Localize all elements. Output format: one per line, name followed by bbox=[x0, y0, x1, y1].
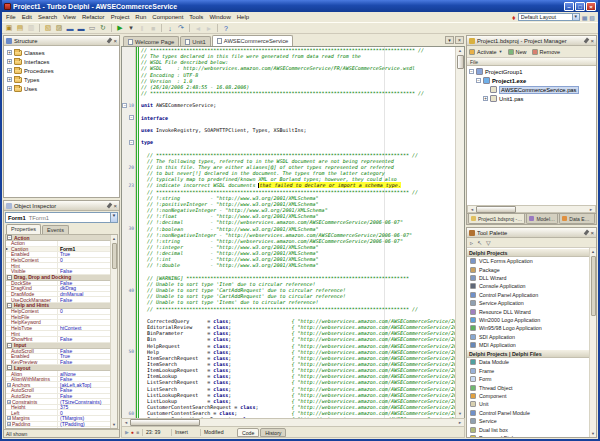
collapse-icon[interactable]: − bbox=[7, 275, 12, 280]
palette-item-resource-dll-wizard[interactable]: Resource DLL Wizard bbox=[467, 307, 589, 315]
project-tree-item-awsecommerceservice-pas[interactable]: AWSECommerceService.pas bbox=[467, 85, 596, 94]
palette-item-service[interactable]: Service bbox=[467, 417, 589, 425]
object-inspector-title[interactable]: Object Inspector × bbox=[4, 201, 119, 211]
editor-tab-awsecommerceservice[interactable]: AWSECommerceService bbox=[212, 35, 294, 46]
add-file-icon[interactable]: ▨ bbox=[54, 23, 64, 33]
palette-item-package[interactable]: Package bbox=[467, 265, 589, 273]
expand-icon[interactable]: − bbox=[469, 69, 474, 74]
scroll-down-icon[interactable]: ▼ bbox=[591, 430, 595, 437]
scroll-left-icon[interactable]: ◄ bbox=[122, 420, 130, 425]
macro-stop-icon[interactable]: ■ bbox=[136, 429, 139, 435]
palette-item-unit[interactable]: Unit bbox=[467, 400, 589, 408]
code-line[interactable]: CustomerContentLookupRequest = class; { … bbox=[141, 416, 455, 418]
code-area[interactable]: // *************************************… bbox=[139, 47, 455, 418]
pin-icon[interactable] bbox=[584, 38, 590, 44]
expand-icon[interactable]: + bbox=[7, 422, 11, 426]
menu-item-help[interactable]: Help bbox=[234, 14, 252, 20]
menu-item-tools[interactable]: Tools bbox=[186, 14, 206, 20]
menu-item-edit[interactable]: Edit bbox=[19, 14, 35, 20]
menu-item-view[interactable]: View bbox=[60, 14, 79, 20]
collapse-icon[interactable]: − bbox=[7, 343, 12, 348]
tab-code[interactable]: Code bbox=[237, 428, 259, 437]
project-manager-scrollbar[interactable]: ◄ ► bbox=[467, 205, 596, 213]
collapse-icon[interactable]: − bbox=[7, 365, 12, 370]
object-selector-combo[interactable]: Form1 TForm1 ▼ bbox=[5, 212, 118, 223]
scroll-down-icon[interactable]: ▼ bbox=[112, 421, 116, 428]
save-all-icon[interactable]: ▬ bbox=[76, 23, 86, 33]
remove-button[interactable]: Remove bbox=[532, 49, 560, 55]
open-project-icon[interactable]: ▧ bbox=[43, 23, 53, 33]
structure-item-interfaces[interactable]: +Interfaces bbox=[5, 57, 118, 66]
palette-item-frame[interactable]: Frame bbox=[467, 367, 589, 375]
tab-data-explorer[interactable]: Data Explorer bbox=[559, 214, 595, 224]
collapse-icon[interactable]: − bbox=[7, 303, 12, 308]
palette-scrollbar[interactable]: ▲ ▼ bbox=[589, 248, 596, 437]
menu-item-window[interactable]: Window bbox=[206, 14, 233, 20]
chevron-down-icon[interactable]: ▼ bbox=[572, 14, 579, 20]
open-file-icon[interactable]: ▤ bbox=[15, 23, 25, 33]
structure-item-classes[interactable]: +Classes bbox=[5, 48, 118, 57]
title-bar[interactable]: Project1 - Turbo Delphi - AWSECommerceSe… bbox=[2, 0, 598, 12]
expand-icon[interactable]: + bbox=[7, 77, 12, 82]
pin-icon[interactable] bbox=[107, 38, 113, 44]
scroll-right-icon[interactable]: ► bbox=[587, 207, 595, 212]
macro-play-icon[interactable]: ▶ bbox=[125, 429, 129, 435]
palette-category-delphi-projects-delphi-files[interactable]: Delphi Projects | Delphi Files bbox=[467, 349, 589, 358]
palette-item-control-panel-application[interactable]: Control Panel Application bbox=[467, 291, 589, 299]
project-tree-item-projectgroup1[interactable]: −ProjectGroup1 bbox=[467, 67, 596, 76]
scroll-down-icon[interactable]: ▼ bbox=[458, 410, 462, 418]
editor-horizontal-scrollbar[interactable]: ◄ ► bbox=[121, 418, 465, 427]
palette-item-form[interactable]: Form bbox=[467, 375, 589, 383]
menu-item-refactor[interactable]: Refactor bbox=[79, 14, 108, 20]
menu-item-search[interactable]: Search bbox=[35, 14, 60, 20]
tab-list-dropdown-icon[interactable]: ▾ bbox=[445, 36, 454, 44]
structure-item-types[interactable]: +Types bbox=[5, 75, 118, 84]
pin-icon[interactable] bbox=[584, 230, 590, 236]
scrollbar-thumb[interactable] bbox=[457, 55, 464, 69]
close-file-icon[interactable]: ▭ bbox=[87, 23, 97, 33]
tab-properties[interactable]: Properties bbox=[6, 224, 41, 234]
palette-item-sdi-application[interactable]: SDI Application bbox=[467, 333, 589, 341]
forward-icon[interactable]: ► bbox=[204, 23, 214, 33]
inspector-scrollbar[interactable]: ▲ ▼ bbox=[110, 235, 117, 428]
tab-model-view[interactable]: Model View bbox=[526, 214, 558, 224]
help-icon[interactable]: ? bbox=[221, 23, 231, 33]
code-editor[interactable]: −10−−202330405060 // *******************… bbox=[121, 46, 465, 418]
palette-item-mdi-application[interactable]: MDI Application bbox=[467, 341, 589, 349]
expand-icon[interactable]: + bbox=[7, 416, 11, 420]
expand-icon[interactable]: + bbox=[483, 96, 488, 101]
scroll-right-icon[interactable]: ► bbox=[456, 420, 464, 425]
expand-icon[interactable]: + bbox=[7, 50, 12, 55]
save-as-icon[interactable]: ▥ bbox=[26, 23, 36, 33]
scrollbar-thumb[interactable] bbox=[112, 243, 117, 269]
chevron-down-icon[interactable]: ▼ bbox=[110, 213, 117, 222]
pin-icon[interactable] bbox=[107, 203, 113, 209]
structure-panel-title[interactable]: Structure × bbox=[4, 36, 119, 46]
new-button[interactable]: New bbox=[508, 49, 527, 55]
menu-item-run[interactable]: Run bbox=[132, 14, 149, 20]
scrollbar-thumb[interactable] bbox=[476, 206, 516, 213]
palette-item-win2000-logo-application[interactable]: Win2000 Logo Application bbox=[467, 316, 589, 324]
editor-tab-welcome-page[interactable]: Welcome Page bbox=[123, 36, 179, 46]
expand-icon[interactable]: + bbox=[7, 86, 12, 91]
palette-item-control-panel-module[interactable]: Control Panel Module bbox=[467, 409, 589, 417]
project-tree-item-unit1-pas[interactable]: +Unit1.pas bbox=[467, 94, 596, 103]
tool-palette-title[interactable]: Tool Palette × bbox=[467, 228, 596, 238]
palette-item-component[interactable]: Component bbox=[467, 392, 589, 400]
close-button[interactable]: × bbox=[586, 2, 596, 11]
editor-tab-unit1[interactable]: Unit1 bbox=[180, 36, 211, 46]
fold-icon[interactable]: − bbox=[122, 103, 127, 108]
expand-icon[interactable]: − bbox=[476, 78, 481, 83]
fold-icon[interactable]: − bbox=[129, 115, 134, 120]
tab-events[interactable]: Events bbox=[42, 225, 69, 234]
scroll-up-icon[interactable]: ▲ bbox=[458, 47, 462, 55]
palette-category-delphi-projects[interactable]: Delphi Projects bbox=[467, 248, 589, 257]
property-row-scaled[interactable]: ScaledTrue bbox=[6, 427, 110, 429]
project-manager-title[interactable]: Project1.bdsproj - Project Manager × bbox=[467, 36, 596, 46]
step-over-icon[interactable]: ↷ bbox=[176, 23, 186, 33]
palette-item-data-module[interactable]: Data Module bbox=[467, 358, 589, 366]
expand-icon[interactable]: + bbox=[7, 383, 11, 387]
macro-record-icon[interactable]: ● bbox=[131, 429, 134, 435]
activate-button[interactable]: Activate▼ bbox=[469, 49, 503, 55]
palette-item-console-application[interactable]: Console Application bbox=[467, 282, 589, 290]
